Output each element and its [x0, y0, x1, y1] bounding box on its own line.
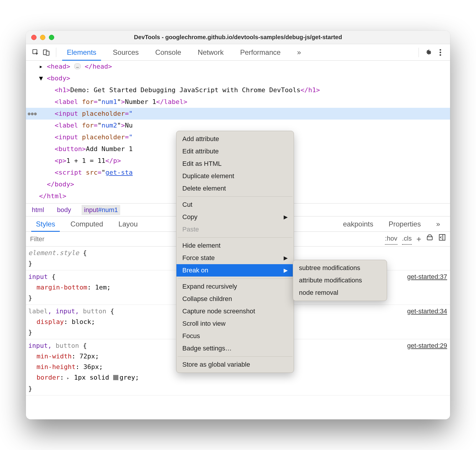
submenu-subtree-modifications[interactable]: subtree modifications [293, 262, 387, 274]
kebab-menu-icon[interactable] [436, 48, 445, 57]
dom-node-body[interactable]: ▼ <body> [26, 72, 450, 84]
svg-rect-6 [427, 237, 432, 240]
ctx-separator [178, 196, 292, 197]
ctx-scroll-into-view[interactable]: Scroll into view [176, 317, 294, 330]
svg-point-4 [439, 52, 441, 53]
inspect-element-icon[interactable] [31, 48, 40, 57]
close-window-icon[interactable] [31, 35, 37, 40]
dom-node-label1[interactable]: <label for="num1">Number 1</label> [26, 96, 450, 108]
svg-rect-2 [46, 51, 49, 55]
subtabs-overflow[interactable]: » [429, 216, 448, 231]
color-swatch-icon[interactable] [113, 375, 118, 380]
chevron-right-icon: ▶ [284, 255, 288, 261]
ctx-collapse-children[interactable]: Collapse children [176, 293, 294, 305]
ctx-cut[interactable]: Cut [176, 198, 294, 211]
subtab-computed[interactable]: Computed [63, 216, 111, 231]
hov-toggle[interactable]: :hov [385, 233, 397, 245]
ctx-capture-node-screenshot[interactable]: Capture node screenshot [176, 305, 294, 317]
ctx-expand-recursively[interactable]: Expand recursively [176, 280, 294, 293]
tabs-overflow[interactable]: » [289, 44, 309, 60]
tab-elements[interactable]: Elements [59, 44, 105, 60]
crumb-body[interactable]: body [55, 205, 74, 215]
ctx-separator [178, 278, 292, 279]
tab-sources[interactable]: Sources [105, 44, 147, 60]
selected-row-indicator: ●●● [28, 108, 37, 120]
computed-sidebar-icon[interactable] [438, 234, 446, 244]
new-style-rule-icon[interactable]: + [416, 234, 421, 244]
ctx-paste: Paste [176, 223, 294, 236]
gear-icon[interactable] [424, 48, 433, 57]
minimize-window-icon[interactable] [40, 35, 45, 40]
titlebar: DevTools - googlechrome.github.io/devtoo… [26, 31, 450, 44]
ctx-duplicate-element[interactable]: Duplicate element [176, 170, 294, 182]
crumb-input[interactable]: input#num1 [82, 205, 120, 215]
cls-toggle[interactable]: .cls [402, 233, 412, 245]
tab-console[interactable]: Console [147, 44, 189, 60]
dom-node-head[interactable]: ▸ <head> … </head> [26, 61, 450, 72]
ctx-break-on[interactable]: Break on▶ [176, 264, 294, 277]
svg-point-5 [439, 54, 441, 55]
svg-point-3 [439, 49, 441, 50]
toolbar-separator [419, 48, 419, 57]
collapsed-badge: … [74, 63, 81, 69]
ctx-separator [178, 237, 292, 238]
ctx-copy[interactable]: Copy▶ [176, 211, 294, 223]
toolbar-separator [56, 48, 56, 57]
dom-node-h1[interactable]: <h1>Demo: Get Started Debugging JavaScri… [26, 84, 450, 96]
ctx-store-as-global[interactable]: Store as global variable [176, 358, 294, 371]
toggle-common-rendering-icon[interactable] [426, 234, 434, 244]
ctx-edit-attribute[interactable]: Edit attribute [176, 145, 294, 158]
subtab-properties[interactable]: Properties [381, 216, 428, 231]
device-toolbar-icon[interactable] [42, 48, 51, 57]
dom-node-label2[interactable]: <label for="num2">Nu [26, 120, 450, 131]
ctx-add-attribute[interactable]: Add attribute [176, 133, 294, 145]
submenu-attribute-modifications[interactable]: attribute modifications [293, 274, 387, 287]
context-menu: Add attribute Edit attribute Edit as HTM… [176, 131, 294, 373]
crumb-html[interactable]: html [29, 205, 47, 215]
traffic-lights [31, 35, 54, 40]
dom-node-input1[interactable]: ●●● <input placeholder=" [26, 108, 450, 120]
rule-source-link[interactable]: get-started:34 [407, 306, 447, 317]
rule-source-link[interactable]: get-started:29 [407, 340, 447, 351]
chevron-right-icon: ▶ [284, 267, 288, 274]
ctx-hide-element[interactable]: Hide element [176, 239, 294, 252]
panel-tabs: Elements Sources Console Network Perform… [59, 44, 309, 60]
submenu-node-removal[interactable]: node removal [293, 287, 387, 299]
chevron-right-icon: ▶ [284, 214, 288, 220]
devtools-window: DevTools - googlechrome.github.io/devtoo… [26, 31, 450, 419]
maximize-window-icon[interactable] [49, 35, 54, 40]
ctx-separator [178, 356, 292, 357]
break-on-submenu: subtree modifications attribute modifica… [293, 260, 387, 301]
expand-triangle-icon[interactable]: ▸ [64, 375, 70, 381]
ctx-badge-settings[interactable]: Badge settings… [176, 342, 294, 355]
subtab-breakpoints[interactable]: eakpoints [335, 216, 381, 231]
subtab-styles[interactable]: Styles [28, 216, 63, 231]
ctx-focus[interactable]: Focus [176, 330, 294, 342]
ctx-force-state[interactable]: Force state▶ [176, 252, 294, 264]
tab-network[interactable]: Network [189, 44, 232, 60]
subtab-layout[interactable]: Layou [111, 216, 145, 231]
tab-performance[interactable]: Performance [232, 44, 289, 60]
ctx-edit-as-html[interactable]: Edit as HTML [176, 158, 294, 170]
rule-source-link[interactable]: get-started:37 [407, 272, 447, 282]
window-title: DevTools - googlechrome.github.io/devtoo… [26, 34, 450, 41]
main-toolbar: Elements Sources Console Network Perform… [26, 44, 450, 61]
ctx-delete-element[interactable]: Delete element [176, 182, 294, 195]
